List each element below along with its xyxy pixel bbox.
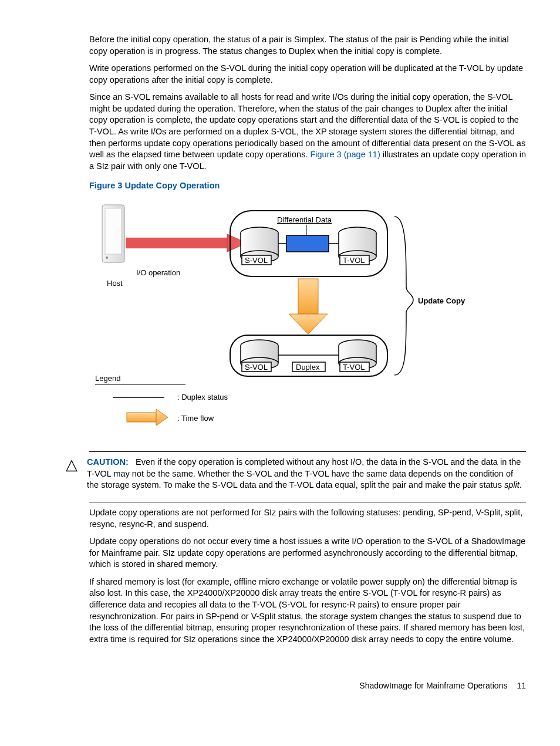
timeflow-arrow-icon [289,279,328,334]
svg-rect-29 [127,413,156,422]
page-footer: ShadowImage for Mainframe Operations 11 [34,680,526,691]
svol-cylinder-bottom-icon: S-VOL [241,340,278,372]
svg-rect-16 [298,279,318,314]
legend-timeflow-arrow-icon [127,409,168,426]
paragraph: Update copy operations are not performed… [89,507,526,530]
legend-timeflow-text: : Time flow [177,414,214,423]
svg-text:S-VOL: S-VOL [245,256,268,265]
differential-data-block [286,235,329,252]
caution-icon: △ [63,457,80,497]
paragraph: Before the initial copy operation, the s… [89,34,526,57]
caution-label: CAUTION: [87,457,129,467]
svg-text:T-VOL: T-VOL [343,256,365,265]
paragraph: Write operations performed on the S-VOL … [89,63,526,86]
tvol-cylinder-icon: T-VOL [339,227,376,265]
text: . [519,480,522,490]
footer-section-title: ShadowImage for Mainframe Operations [359,680,507,691]
io-operation-label: I/O operation [136,268,180,277]
caution-text: CAUTION: Even if the copy operation is c… [87,457,526,491]
text-italic: split [504,480,519,490]
differential-data-label: Differential Data [277,215,332,224]
figure-update-copy-operation: Host I/O operation S-VOL [89,199,526,440]
footer-page-number: 11 [517,680,526,691]
svol-cylinder-icon: S-VOL [241,227,278,265]
figure-title: Figure 3 Update Copy Operation [89,180,526,192]
legend-duplex-text: : Duplex status [177,393,228,401]
host-label: Host [107,279,123,288]
svg-point-2 [106,256,108,259]
legend-label: Legend [95,374,120,383]
figure-reference-link[interactable]: Figure 3 (page 11) [310,150,380,159]
divider [89,502,526,502]
tvol-cylinder-bottom-icon: T-VOL [339,340,376,372]
text: Since an S-VOL remains available to all … [89,92,525,159]
svg-rect-1 [105,208,122,254]
divider [89,451,526,452]
host-icon [102,205,124,262]
brace-icon [394,217,413,375]
paragraph: If shared memory is lost (for example, o… [89,576,526,645]
io-arrow-icon [126,234,247,252]
text: Even if the copy operation is completed … [87,457,521,490]
paragraph: Update copy operations do not occur ever… [89,536,526,571]
update-copy-label: Update Copy [418,296,465,305]
duplex-label: Duplex [296,363,320,372]
caution-admonition: △ CAUTION: Even if the copy operation is… [63,457,526,497]
svg-text:S-VOL: S-VOL [245,363,268,372]
paragraph: Since an S-VOL remains available to all … [89,92,526,172]
svg-text:T-VOL: T-VOL [343,363,365,372]
